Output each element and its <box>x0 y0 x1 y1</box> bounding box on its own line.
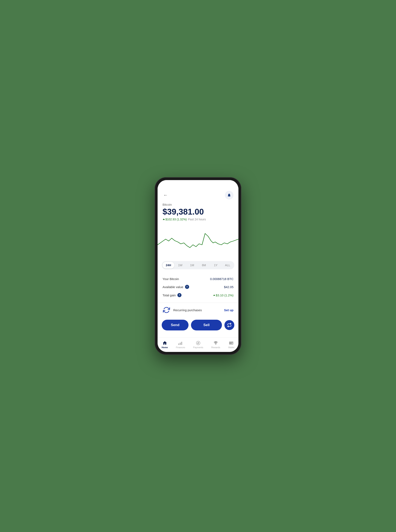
time-btn-1w[interactable]: 1W <box>174 262 186 269</box>
nav-label-rewards: Rewards <box>211 346 220 349</box>
nav-item-home[interactable]: Home <box>159 340 170 349</box>
nav-label-finances: Finances <box>176 346 185 349</box>
your-bitcoin-value: 0.00088718 BTC <box>210 277 233 281</box>
stats-section: Your Bitcoin 0.00088718 BTC Available va… <box>157 273 239 303</box>
total-gain-help-icon[interactable]: ? <box>177 293 181 297</box>
time-btn-6m[interactable]: 6M <box>198 262 210 269</box>
price-change-amount: $102.93 (1.32%) <box>163 218 187 221</box>
coin-name: Bitcoin <box>163 203 233 206</box>
finances-icon <box>178 341 183 346</box>
nav-item-payments[interactable]: Payments <box>191 340 205 349</box>
wallet-icon <box>229 341 234 346</box>
bottom-nav: Home Finances Payments <box>157 337 239 352</box>
recurring-text: Recurring purchases <box>173 308 221 312</box>
chart-container <box>157 224 239 259</box>
time-btn-1m[interactable]: 1M <box>186 262 198 269</box>
total-gain-value: $3.10 (1.2%) <box>213 293 233 297</box>
time-btn-all[interactable]: ALL <box>222 262 233 269</box>
content-area: ← Bitcoin $39,381.00 $102.93 (1.32%) Pas… <box>157 189 239 337</box>
swap-icon <box>227 323 232 327</box>
total-gain-label: Total gain ? <box>163 293 181 297</box>
back-button[interactable]: ← <box>163 192 169 199</box>
home-icon <box>162 341 167 346</box>
phone-screen: ← Bitcoin $39,381.00 $102.93 (1.32%) Pas… <box>157 180 239 352</box>
recurring-refresh-icon <box>163 306 170 313</box>
price-section: Bitcoin $39,381.00 $102.93 (1.32%) Past … <box>157 203 239 224</box>
price-chart <box>157 226 239 256</box>
sell-button[interactable]: Sell <box>191 320 222 330</box>
send-button[interactable]: Send <box>162 320 188 330</box>
spacer <box>157 330 239 333</box>
payments-icon <box>196 341 201 346</box>
nav-item-rewards[interactable]: Rewards <box>209 340 222 349</box>
stat-row-available: Available value ? $42.05 <box>163 283 233 291</box>
svg-rect-2 <box>178 343 179 345</box>
stat-row-gain: Total gain ? $3.10 (1.2%) <box>163 291 233 299</box>
nav-item-wallet[interactable]: Wallet <box>226 340 236 349</box>
up-arrow-icon <box>163 218 165 221</box>
swap-button[interactable] <box>224 320 234 330</box>
svg-rect-7 <box>229 341 233 342</box>
nav-label-payments: Payments <box>193 346 203 349</box>
svg-marker-1 <box>213 294 215 296</box>
recurring-section: Recurring purchases Set up <box>157 303 239 317</box>
status-bar <box>157 180 239 189</box>
nav-label-home: Home <box>162 346 168 349</box>
header: ← <box>157 189 239 203</box>
available-value-help-icon[interactable]: ? <box>185 285 189 289</box>
recurring-icon <box>163 306 170 314</box>
action-buttons: Send Sell <box>157 317 239 330</box>
setup-link[interactable]: Set up <box>224 308 233 312</box>
svg-rect-9 <box>232 343 233 344</box>
phone-device: ← Bitcoin $39,381.00 $102.93 (1.32%) Pas… <box>155 177 241 355</box>
your-bitcoin-label: Your Bitcoin <box>163 277 179 281</box>
stat-row-bitcoin: Your Bitcoin 0.00088718 BTC <box>163 275 233 283</box>
nav-label-wallet: Wallet <box>228 346 234 349</box>
time-selector: 24H 1W 1M 6M 1Y ALL <box>162 261 234 269</box>
bell-icon <box>227 193 231 197</box>
nav-item-finances[interactable]: Finances <box>174 340 187 349</box>
gain-up-arrow-icon <box>213 294 215 297</box>
svg-rect-4 <box>181 342 182 345</box>
rewards-icon <box>213 341 218 346</box>
price-change: $102.93 (1.32%) Past 24 hours <box>163 218 233 221</box>
svg-rect-3 <box>180 343 181 345</box>
time-btn-1y[interactable]: 1Y <box>210 262 221 269</box>
available-value-value: $42.05 <box>224 285 233 289</box>
notification-button[interactable] <box>225 191 233 199</box>
price-period: Past 24 hours <box>188 218 206 221</box>
svg-marker-0 <box>163 219 165 220</box>
available-value-label: Available value ? <box>163 285 189 289</box>
coin-price: $39,381.00 <box>163 207 233 216</box>
time-btn-24h[interactable]: 24H <box>163 262 174 269</box>
